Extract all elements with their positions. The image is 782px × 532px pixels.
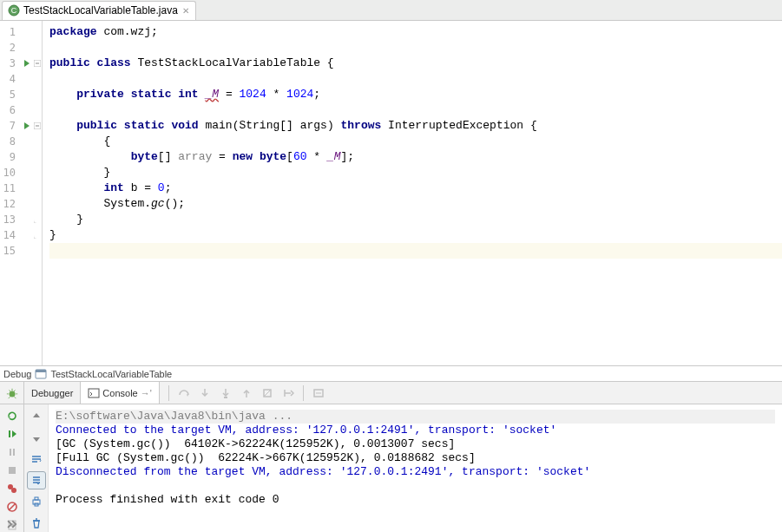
line-number: 14 xyxy=(0,229,21,241)
tab-debugger[interactable]: Debugger xyxy=(24,382,81,404)
fold-close-icon[interactable] xyxy=(33,216,42,223)
gutter-row: 8 xyxy=(0,134,42,149)
pause-button[interactable] xyxy=(3,444,22,459)
stop-button[interactable] xyxy=(3,463,22,477)
svg-point-6 xyxy=(9,391,15,397)
editor-gutter: 123456789101112131415 xyxy=(0,21,43,365)
code-line[interactable]: package com.wzj; xyxy=(49,24,782,40)
line-number: 13 xyxy=(0,213,21,226)
gutter-row: 7 xyxy=(0,118,42,134)
svg-rect-14 xyxy=(9,467,16,474)
svg-rect-5 xyxy=(36,370,46,372)
code-line[interactable] xyxy=(49,71,782,87)
code-line[interactable]: byte[] array = new byte[60 * _M]; xyxy=(49,149,782,165)
gutter-row: 12 xyxy=(0,196,42,212)
tab-console[interactable]: Console →' xyxy=(81,382,159,404)
line-number: 2 xyxy=(0,42,21,54)
debug-config-label: Debug TestStackLocalVariableTable xyxy=(0,366,782,382)
view-breakpoints-button[interactable] xyxy=(3,481,22,496)
svg-rect-11 xyxy=(9,430,10,437)
code-line[interactable]: } xyxy=(49,227,782,243)
gutter-row: 6 xyxy=(0,102,42,118)
gutter-row: 3 xyxy=(0,56,42,71)
code-line[interactable] xyxy=(49,40,782,56)
gutter-row: 15 xyxy=(0,243,42,259)
evaluate-expression-button[interactable] xyxy=(309,384,328,403)
fold-open-icon[interactable] xyxy=(33,122,42,129)
svg-rect-12 xyxy=(10,449,11,456)
code-line[interactable]: System.gc(); xyxy=(49,196,782,212)
console-pin-indicator: →' xyxy=(141,388,152,398)
run-line-icon[interactable] xyxy=(21,60,33,67)
debug-prefix: Debug xyxy=(3,369,31,379)
rerun-button[interactable] xyxy=(3,408,22,423)
line-number: 7 xyxy=(0,120,21,132)
down-stack-button[interactable] xyxy=(27,429,46,446)
debug-config-name: TestStackLocalVariableTable xyxy=(50,369,172,379)
console-output[interactable]: E:\software\Java\Java8\bin\java ...Conne… xyxy=(49,404,782,532)
run-side-toolbar xyxy=(0,404,24,532)
code-area[interactable]: package com.wzj;public class TestStackLo… xyxy=(43,21,782,365)
gutter-row: 2 xyxy=(0,40,42,56)
step-into-button[interactable] xyxy=(195,384,214,403)
code-line[interactable]: public class TestStackLocalVariableTable… xyxy=(49,56,782,71)
gutter-row: 11 xyxy=(0,181,42,196)
code-line[interactable]: { xyxy=(49,134,782,149)
svg-text:C: C xyxy=(11,6,17,15)
fold-close-icon[interactable] xyxy=(33,232,42,239)
run-toolbar: Debugger Console →' xyxy=(0,382,782,404)
step-out-button[interactable] xyxy=(237,384,256,403)
console-side-toolbar xyxy=(24,404,49,532)
console-line: [GC (System.gc()) 64102K->62224K(125952K… xyxy=(56,437,775,451)
console-line: Process finished with exit code 0 xyxy=(56,493,775,507)
clear-all-button[interactable] xyxy=(27,515,46,532)
console-line: Connected to the target VM, address: '12… xyxy=(56,424,775,437)
line-number: 6 xyxy=(0,104,21,116)
expand-handle-icon[interactable] xyxy=(3,516,19,529)
scroll-to-end-button[interactable] xyxy=(27,471,46,489)
editor-tabbar: C TestStackLocalVariableTable.java ✕ xyxy=(0,0,782,21)
run-line-icon[interactable] xyxy=(21,122,33,129)
code-line[interactable]: private static int _M = 1024 * 1024; xyxy=(49,87,782,102)
close-icon[interactable]: ✕ xyxy=(181,6,190,15)
drop-frame-button[interactable] xyxy=(258,384,277,403)
up-stack-button[interactable] xyxy=(27,408,46,425)
mute-breakpoints-button[interactable] xyxy=(3,499,22,514)
gutter-row: 9 xyxy=(0,149,42,165)
bottom-panel: E:\software\Java\Java8\bin\java ...Conne… xyxy=(0,404,782,532)
code-line[interactable]: } xyxy=(49,165,782,181)
debug-step-toolbar xyxy=(160,384,328,403)
tab-debugger-label: Debugger xyxy=(31,388,73,398)
line-number: 12 xyxy=(0,198,21,210)
print-button[interactable] xyxy=(27,493,46,510)
console-line: [Full GC (System.gc()) 62224K->667K(1259… xyxy=(56,451,775,465)
line-number: 1 xyxy=(0,26,21,38)
editor-tab-label: TestStackLocalVariableTable.java xyxy=(23,4,178,16)
line-number: 9 xyxy=(0,151,21,163)
line-number: 3 xyxy=(0,57,21,69)
step-over-button[interactable] xyxy=(174,384,194,403)
code-line[interactable]: int b = 0; xyxy=(49,181,782,196)
line-number: 15 xyxy=(0,245,21,257)
gutter-row: 1 xyxy=(0,24,42,40)
debug-rerun-button[interactable] xyxy=(0,382,24,404)
code-line[interactable]: } xyxy=(49,212,782,227)
run-to-cursor-button[interactable] xyxy=(279,384,298,403)
console-icon xyxy=(88,387,100,399)
editor-tab[interactable]: C TestStackLocalVariableTable.java ✕ xyxy=(2,1,196,20)
gutter-row: 4 xyxy=(0,71,42,87)
svg-rect-7 xyxy=(89,389,99,397)
resume-button[interactable] xyxy=(3,426,22,441)
fold-open-icon[interactable] xyxy=(33,60,42,67)
code-line[interactable]: public static void main(String[] args) t… xyxy=(49,118,782,134)
gutter-row: 13 xyxy=(0,212,42,227)
line-number: 11 xyxy=(0,182,21,194)
svg-rect-8 xyxy=(224,397,227,398)
svg-point-16 xyxy=(11,488,16,493)
code-line[interactable] xyxy=(49,102,782,118)
svg-rect-13 xyxy=(13,449,15,456)
code-editor: 123456789101112131415 package com.wzj;pu… xyxy=(0,21,782,366)
force-step-into-button[interactable] xyxy=(216,384,235,403)
code-line[interactable] xyxy=(49,243,782,259)
soft-wrap-button[interactable] xyxy=(27,450,46,468)
